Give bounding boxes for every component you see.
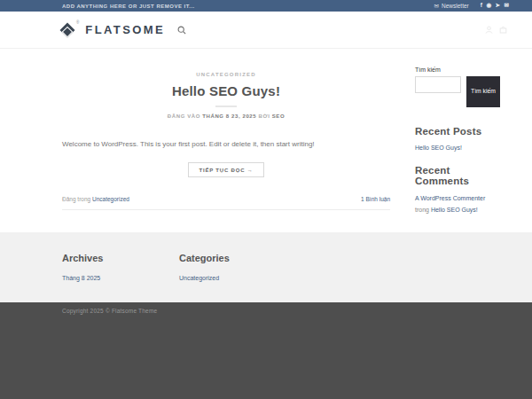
site-header: ® FLATSOME (0, 12, 532, 49)
site-logo[interactable]: ® FLATSOME (62, 23, 165, 36)
top-bar: ADD ANYTHING HERE OR JUST REMOVE IT... ✉… (0, 0, 532, 12)
meta-by: BỞI (256, 113, 271, 119)
recent-post-link[interactable]: Hello SEO Guys! (415, 145, 462, 151)
article-header: UNCATEGORIZED Hello SEO Guys! ĐĂNG VÀO T… (62, 64, 390, 119)
cart-icon[interactable] (499, 26, 507, 34)
title-divider (215, 106, 237, 107)
topbar-message: ADD ANYTHING HERE OR JUST REMOVE IT... (62, 4, 195, 9)
readmore-row: TIẾP TỤC ĐỌC → (62, 160, 390, 177)
search-widget: Tìm kiếm (415, 76, 501, 107)
post-category-link[interactable]: UNCATEGORIZED (196, 72, 256, 77)
recent-posts-widget: Recent Posts Hello SEO Guys! (415, 126, 501, 153)
footer-archives-column: Archives Tháng 8 2025 (62, 253, 179, 302)
posted-in-text: Đăng trong (62, 196, 92, 202)
logo-text: FLATSOME (85, 23, 165, 36)
comment-connector: trong (415, 207, 431, 213)
recent-posts-title: Recent Posts (415, 126, 501, 137)
category-link[interactable]: Uncategorized (179, 275, 219, 281)
sidebar: Tìm kiếm Tìm kiếm Recent Posts Hello SEO… (415, 49, 501, 232)
post-excerpt: Welcome to WordPress. This is your first… (62, 139, 390, 150)
newsletter-label: Newsletter (442, 3, 469, 9)
absolute-footer: Copyright 2025 © Flatsome Theme (0, 302, 532, 399)
read-more-button[interactable]: TIẾP TỤC ĐỌC → (188, 162, 263, 177)
header-right-icons (485, 26, 507, 34)
recent-comments-title: Recent Comments (415, 165, 501, 186)
registered-mark: ® (76, 20, 79, 25)
post-meta: ĐĂNG VÀO THÁNG 8 23, 2025 BỞI SEO (62, 113, 390, 119)
footer-widgets: Archives Tháng 8 2025 Categories Uncateg… (0, 232, 532, 302)
meta-author-link[interactable]: SEO (272, 113, 285, 119)
social-icons: f ◉ ➤ ✉ (481, 3, 509, 9)
archives-title: Archives (62, 253, 179, 263)
meta-prefix: ĐĂNG VÀO (168, 113, 202, 119)
twitter-icon[interactable]: ➤ (496, 3, 500, 9)
email-icon[interactable]: ✉ (505, 3, 509, 9)
facebook-icon[interactable]: f (481, 3, 482, 9)
sidebar-search-input[interactable] (415, 76, 461, 93)
comment-author-link[interactable]: A WordPress Commenter (415, 195, 485, 201)
recent-comments-widget: Recent Comments A WordPress Commenter tr… (415, 165, 501, 215)
post-column: UNCATEGORIZED Hello SEO Guys! ĐĂNG VÀO T… (53, 49, 390, 232)
archive-link[interactable]: Tháng 8 2025 (62, 275, 100, 281)
posted-in: Đăng trong Uncategorized (62, 196, 129, 202)
newsletter-link[interactable]: ✉ Newsletter (434, 3, 469, 10)
copyright-text: Copyright 2025 © Flatsome Theme (62, 308, 532, 314)
envelope-icon: ✉ (434, 3, 439, 10)
footer-categories-column: Categories Uncategorized (179, 253, 296, 302)
comments-link[interactable]: 1 Bình luận (361, 196, 390, 202)
post-title: Hello SEO Guys! (62, 83, 390, 98)
search-widget-label: Tìm kiếm (415, 66, 501, 73)
posted-in-category-link[interactable]: Uncategorized (92, 196, 129, 202)
flatsome-logo-icon (60, 22, 75, 37)
entry-meta-row: Đăng trong Uncategorized 1 Bình luận (62, 196, 390, 210)
account-icon[interactable] (485, 26, 493, 34)
recent-comment-item: A WordPress Commenter trong Hello SEO Gu… (415, 193, 501, 215)
instagram-icon[interactable]: ◉ (486, 3, 491, 9)
page: ADD ANYTHING HERE OR JUST REMOVE IT... ✉… (0, 0, 532, 399)
comment-post-link[interactable]: Hello SEO Guys! (431, 207, 478, 213)
meta-date[interactable]: THÁNG 8 23, 2025 (202, 113, 256, 119)
categories-title: Categories (179, 253, 296, 263)
sidebar-search-submit-button[interactable]: Tìm kiếm (466, 76, 500, 107)
header-search-button[interactable] (177, 26, 186, 35)
search-icon (177, 26, 186, 35)
topbar-right: ✉ Newsletter f ◉ ➤ ✉ (434, 3, 509, 10)
main-content: UNCATEGORIZED Hello SEO Guys! ĐĂNG VÀO T… (0, 49, 532, 232)
